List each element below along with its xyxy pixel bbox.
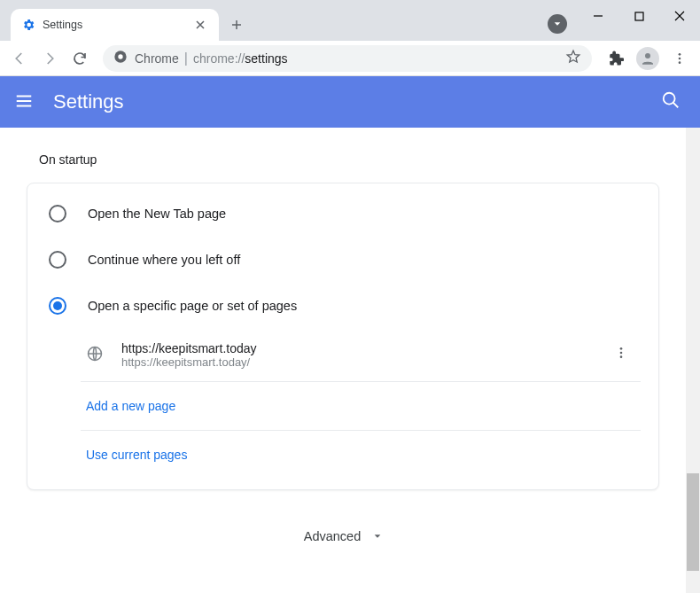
- svg-point-10: [620, 352, 623, 355]
- window-titlebar: Settings: [0, 0, 700, 41]
- svg-point-11: [620, 355, 623, 358]
- hamburger-menu-icon[interactable]: [14, 91, 35, 113]
- add-page-row[interactable]: Add a new page: [81, 382, 641, 431]
- url-path: settings: [245, 51, 287, 66]
- reload-button[interactable]: [67, 46, 92, 71]
- settings-header-title: Settings: [53, 90, 124, 113]
- settings-content: On startup Open the New Tab page Continu…: [0, 128, 686, 579]
- scrollbar-thumb[interactable]: [687, 473, 699, 571]
- forward-button[interactable]: [37, 46, 62, 71]
- close-tab-icon[interactable]: [192, 15, 208, 35]
- radio-icon: [49, 297, 66, 315]
- url-scheme-label: Chrome: [135, 51, 179, 66]
- svg-point-9: [620, 347, 623, 350]
- globe-icon: [86, 345, 104, 366]
- svg-rect-0: [635, 12, 643, 20]
- advanced-label: Advanced: [304, 529, 362, 543]
- address-bar[interactable]: Chrome | chrome://settings: [103, 45, 592, 72]
- page-entry-menu-icon[interactable]: [607, 346, 635, 364]
- radio-label: Open a specific page or set of pages: [88, 299, 297, 313]
- page-entry-title: https://keepitsmart.today: [121, 341, 257, 355]
- scrollbar-track[interactable]: [686, 128, 700, 593]
- radio-icon: [49, 251, 66, 269]
- maximize-button[interactable]: [618, 0, 659, 32]
- add-page-link[interactable]: Add a new page: [86, 399, 175, 413]
- window-controls: [578, 0, 700, 32]
- url-separator: |: [184, 51, 188, 66]
- use-current-row[interactable]: Use current pages: [81, 431, 641, 479]
- radio-specific-page[interactable]: Open a specific page or set of pages: [27, 283, 658, 329]
- svg-point-2: [118, 54, 122, 59]
- advanced-toggle[interactable]: Advanced: [27, 529, 659, 543]
- use-current-link[interactable]: Use current pages: [86, 448, 187, 462]
- chrome-logo-icon: [113, 50, 128, 67]
- minimize-button[interactable]: [578, 0, 618, 32]
- svg-point-4: [679, 53, 681, 56]
- svg-point-6: [679, 61, 681, 64]
- radio-icon: [49, 205, 66, 222]
- chevron-down-icon: [373, 529, 382, 543]
- svg-point-3: [645, 53, 650, 59]
- radio-continue[interactable]: Continue where you left off: [27, 237, 658, 283]
- settings-app-header: Settings: [0, 76, 700, 128]
- startup-card: Open the New Tab page Continue where you…: [27, 183, 659, 490]
- settings-gear-icon: [21, 18, 35, 32]
- startup-page-entry: https://keepitsmart.today https://keepit…: [81, 329, 641, 382]
- page-entry-url: https://keepitsmart.today/: [121, 355, 257, 369]
- tab-title: Settings: [43, 19, 192, 31]
- new-tab-button[interactable]: [224, 12, 249, 37]
- section-title-startup: On startup: [39, 152, 659, 167]
- menu-kebab-icon[interactable]: [666, 45, 693, 72]
- svg-point-7: [664, 93, 675, 105]
- extensions-icon[interactable]: [603, 45, 629, 72]
- search-icon[interactable]: [661, 90, 681, 113]
- bookmark-star-icon[interactable]: [565, 49, 581, 68]
- back-button[interactable]: [7, 46, 32, 71]
- content-scroll-area[interactable]: On startup Open the New Tab page Continu…: [0, 128, 700, 593]
- radio-label: Continue where you left off: [88, 253, 240, 267]
- tab-search-icon[interactable]: [548, 14, 567, 34]
- svg-point-5: [679, 57, 681, 59]
- url-prefix: chrome://: [193, 51, 245, 66]
- close-window-button[interactable]: [659, 0, 700, 32]
- browser-toolbar: Chrome | chrome://settings: [0, 41, 700, 76]
- radio-new-tab[interactable]: Open the New Tab page: [27, 191, 658, 237]
- browser-tab[interactable]: Settings: [11, 9, 219, 41]
- profile-avatar[interactable]: [634, 45, 661, 72]
- specific-pages-list: https://keepitsmart.today https://keepit…: [81, 329, 658, 479]
- radio-label: Open the New Tab page: [88, 207, 226, 221]
